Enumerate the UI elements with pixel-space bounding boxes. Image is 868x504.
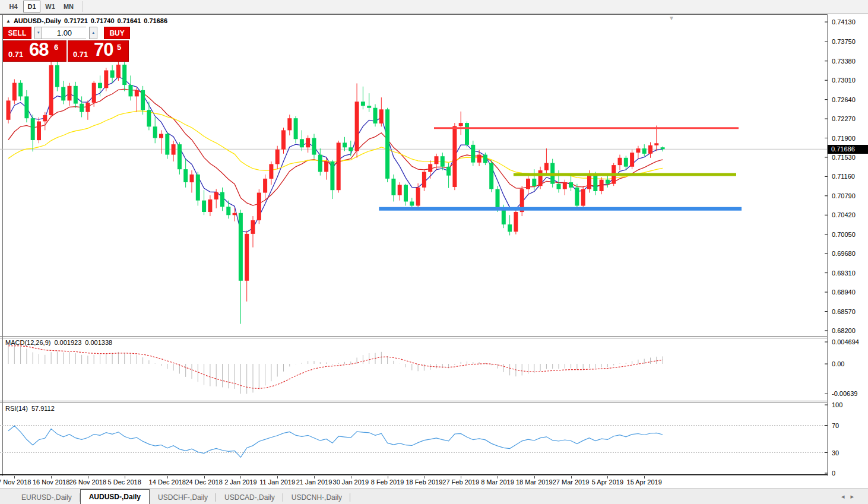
date-axis-label: 18 Feb 2019 <box>406 478 443 486</box>
date-axis-label: 11 Jan 2019 <box>259 478 295 486</box>
sell-price-pip: 6 <box>54 43 58 52</box>
chart-tab-eurusd[interactable]: EURUSD-,Daily <box>13 491 80 504</box>
date-axis-label: 26 Nov 2018 <box>69 478 106 486</box>
chart-canvas[interactable] <box>0 14 828 476</box>
date-axis-label: 21 Jan 2019 <box>296 478 332 486</box>
date-axis-label: 27 Mar 2019 <box>553 478 590 486</box>
sell-price-button[interactable]: 0.71 68 6 <box>3 40 66 62</box>
timeframe-toolbar: H4D1W1MN <box>0 0 868 14</box>
buy-button[interactable]: BUY <box>104 27 130 39</box>
rsi-caption: RSI(14) 57.9112 <box>5 405 55 412</box>
chart-window: ▲ AUDUSD-,Daily 0.71721 0.71740 0.71641 … <box>0 14 868 488</box>
candles <box>7 60 665 324</box>
date-axis-label: 14 Dec 2018 <box>149 478 186 486</box>
chart-tab-audusd[interactable]: AUDUSD-,Daily <box>80 489 150 504</box>
volume-increase-button[interactable]: ▲ <box>89 27 97 39</box>
sell-price-prefix: 0.71 <box>8 50 23 59</box>
date-axis-label: 27 Feb 2019 <box>442 478 479 486</box>
price-axis-label: 0.74130 <box>832 18 856 26</box>
tab-scroll-arrows[interactable]: ◂▸ <box>841 493 860 500</box>
price-axis-label: 0.71900 <box>832 134 856 142</box>
tab-scroll-left-icon[interactable]: ◂ <box>841 493 851 500</box>
price-axis-label: 0.68940 <box>832 288 856 296</box>
chart-tab-usdchf[interactable]: USDCHF-,Daily <box>150 491 216 504</box>
date-axis[interactable]: 7 Nov 201816 Nov 201826 Nov 20185 Dec 20… <box>0 476 868 488</box>
price-axis-label: 0.71530 <box>832 153 856 161</box>
chart-tab-bar: EURUSD-,DailyAUDUSD-,DailyUSDCHF-,DailyU… <box>0 489 868 504</box>
price-axis[interactable]: 0.741300.737500.733800.730100.726400.722… <box>828 14 868 476</box>
chart-shift-marker-icon[interactable]: ▼ <box>669 15 674 21</box>
date-axis-label: 24 Dec 2018 <box>185 478 222 486</box>
price-axis-label: 0.70050 <box>832 230 856 239</box>
ohlc-high: 0.71740 <box>91 17 115 24</box>
date-axis-label: 15 Apr 2019 <box>627 478 662 486</box>
current-price-tag: 0.71686 <box>828 145 868 154</box>
buy-price-pip: 5 <box>117 43 121 52</box>
buy-price-button[interactable]: 0.71 70 5 <box>68 40 129 62</box>
macd-axis-label: 0.004694 <box>832 338 859 346</box>
sell-price-digits: 68 <box>29 39 48 61</box>
chart-tab-usdcnh[interactable]: USDCNH-,Daily <box>283 491 350 504</box>
tab-scroll-right-icon[interactable]: ▸ <box>850 493 860 500</box>
macd-histogram <box>8 345 663 394</box>
price-axis-label: 0.69310 <box>832 269 856 277</box>
timeframe-button-mn[interactable]: MN <box>60 1 77 12</box>
macd-label: MACD(12,26,9) <box>5 339 50 346</box>
price-axis-label: 0.68200 <box>832 327 856 335</box>
price-axis-label: 0.72270 <box>832 115 856 123</box>
price-axis-label: 0.70420 <box>832 211 856 219</box>
one-click-trade-panel: SELL ▼ 1.00 ▲ BUY 0.71 68 6 0.71 70 5 <box>3 27 130 62</box>
timeframe-button-d1[interactable]: D1 <box>23 1 40 12</box>
timeframe-button-w1[interactable]: W1 <box>42 1 59 12</box>
date-axis-label: 5 Dec 2018 <box>108 478 141 486</box>
buy-price-prefix: 0.71 <box>73 50 88 59</box>
rsi-value: 57.9112 <box>31 405 55 412</box>
chart-title-bar: ▲ AUDUSD-,Daily 0.71721 0.71740 0.71641 … <box>6 17 167 24</box>
ohlc-close: 0.71686 <box>144 17 167 24</box>
macd-signal-value: 0.001338 <box>85 339 112 346</box>
volume-input[interactable]: 1.00 <box>42 27 86 39</box>
price-axis-label: 0.68570 <box>832 308 856 316</box>
price-axis-label: 0.72640 <box>832 96 856 104</box>
buy-price-digits: 70 <box>94 39 113 61</box>
rsi-axis-label: 30 <box>832 449 839 457</box>
rsi-axis-label: 70 <box>832 422 839 430</box>
macd-axis-label: -0.00639 <box>832 390 857 398</box>
chart-tab-usdcad[interactable]: USDCAD-,Daily <box>216 491 283 504</box>
ohlc-open: 0.71721 <box>64 17 88 24</box>
timeframe-button-h4[interactable]: H4 <box>5 1 22 12</box>
date-axis-label: 7 Nov 2018 <box>0 478 31 486</box>
macd-main-value: 0.001923 <box>54 339 81 346</box>
date-axis-label: 18 Mar 2019 <box>516 478 553 486</box>
chart-symbol-label: AUDUSD-,Daily <box>14 17 61 24</box>
macd-axis-label: 0.00 <box>832 360 844 368</box>
collapse-arrow-icon[interactable]: ▲ <box>6 18 11 24</box>
macd-signal-line <box>8 346 663 389</box>
date-axis-label: 8 Feb 2019 <box>371 478 404 486</box>
volume-decrease-button[interactable]: ▼ <box>34 27 43 39</box>
price-axis-label: 0.73010 <box>832 76 856 84</box>
rsi-axis-label: 100 <box>832 401 842 409</box>
date-axis-label: 2 Jan 2019 <box>224 478 256 486</box>
ohlc-low: 0.71641 <box>118 17 141 24</box>
date-axis-label: 8 Mar 2019 <box>481 478 514 486</box>
price-axis-label: 0.73380 <box>832 57 856 65</box>
date-axis-label: 5 Apr 2019 <box>592 478 623 486</box>
sell-button[interactable]: SELL <box>3 27 31 39</box>
date-axis-label: 30 Jan 2019 <box>333 478 369 486</box>
date-axis-label: 16 Nov 2018 <box>33 478 69 486</box>
price-axis-label: 0.70790 <box>832 192 856 200</box>
mt4-window: H4D1W1MN ▲ AUDUSD-,Daily 0.71721 0.71740… <box>0 0 868 504</box>
slow-ma-line <box>8 111 663 179</box>
macd-caption: MACD(12,26,9) 0.001923 0.001338 <box>5 339 112 346</box>
price-axis-label: 0.69680 <box>832 249 856 258</box>
toolbar-divider <box>82 1 83 12</box>
price-axis-label: 0.71160 <box>832 172 855 180</box>
price-axis-label: 0.73750 <box>832 37 856 46</box>
rsi-label: RSI(14) <box>5 405 28 412</box>
